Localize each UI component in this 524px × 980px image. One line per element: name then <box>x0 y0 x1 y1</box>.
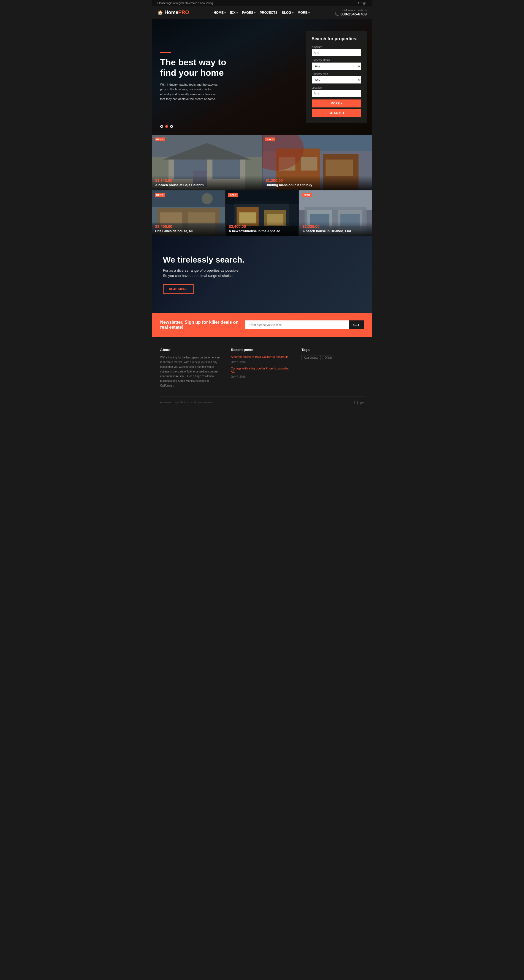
property-price-2: $1,200.00 <box>266 178 369 183</box>
dot-1[interactable] <box>160 125 163 128</box>
footer-grid: About We're hunting for the best gems on… <box>160 348 364 388</box>
more-button[interactable]: MORE ▾ <box>312 99 361 107</box>
register-link[interactable]: register <box>176 2 185 5</box>
property-name-1: A beach house at Baja Californ... <box>155 183 259 187</box>
newsletter-email-input[interactable] <box>245 320 349 329</box>
property-price-1: $1,342.00 <box>155 178 259 183</box>
footer-social: f t g+ <box>354 401 364 404</box>
property-badge-1: RENT <box>155 137 165 142</box>
hero-description: With industry-leading tools and the savv… <box>160 83 221 102</box>
property-price-5: $2,030.00 <box>302 224 369 229</box>
googleplus-icon-top[interactable]: g+ <box>363 2 367 5</box>
nav-blog[interactable]: BLOG ▾ <box>282 11 294 14</box>
property-card-5[interactable]: RENT $2,030.00 A beach house in Orlando,… <box>299 190 372 236</box>
footer-posts-title: Recent posts <box>231 348 293 352</box>
footer-post-1-link[interactable]: A beach house at Baja California peninsu… <box>231 355 293 358</box>
footer-post-2: Cottage with a big pool in Phoenix subur… <box>231 367 293 379</box>
status-select[interactable]: Any <box>312 62 361 70</box>
keyword-label: Keyword <box>312 45 361 48</box>
logo-text: HomePRO <box>165 10 189 16</box>
footer-post-1-date: July 7, 2016 <box>231 360 246 363</box>
footer-recent-posts: Recent posts A beach house at Baja Calif… <box>231 348 293 388</box>
hero-headline: The best way to find your home <box>160 57 298 78</box>
login-link[interactable]: login <box>167 2 172 5</box>
property-price-3: $3,400.00 <box>155 224 222 229</box>
hero-section: The best way to find your home With indu… <box>152 19 372 135</box>
contact-label: Get in touch with us <box>335 9 367 12</box>
newsletter-submit-button[interactable]: GET <box>349 320 364 329</box>
status-group: Property status Any <box>312 59 361 70</box>
footer-tags: Tags Apartments Office <box>302 348 364 388</box>
banner-headline: We tirelessly search. <box>163 255 245 264</box>
nav-more[interactable]: MORE ▾ <box>298 11 310 14</box>
footer-about: About We're hunting for the best gems on… <box>160 348 223 388</box>
property-name-2: Hunting mansion in Kentucky <box>266 183 369 187</box>
read-more-button[interactable]: READ MORE <box>163 284 194 294</box>
facebook-icon-footer[interactable]: f <box>354 401 355 404</box>
register-prefix: or <box>173 2 176 5</box>
search-button[interactable]: SEARCH <box>312 109 361 118</box>
property-card-3[interactable]: RENT $3,400.00 Erie Lakeside house, MI <box>152 190 225 236</box>
dot-2[interactable] <box>165 125 168 128</box>
logo[interactable]: 🏠 HomePRO <box>157 10 189 16</box>
header-contact: Get in touch with us 📞 800-2345-6789 <box>335 9 367 16</box>
main-nav: HOME ▾ IDX ▾ PAGES ▾ PROJECTS BLOG ▾ MOR… <box>214 11 310 14</box>
footer-post-2-link[interactable]: Cottage with a big pool in Phoenix subur… <box>231 367 293 373</box>
dot-3[interactable] <box>170 125 173 128</box>
property-badge-4: SALE <box>228 193 238 197</box>
type-label: Property type <box>312 72 361 75</box>
property-name-4: A new townhouse in the Appalac... <box>229 229 295 233</box>
googleplus-icon-footer[interactable]: g+ <box>360 401 364 404</box>
tag-apartments[interactable]: Apartments <box>302 355 321 360</box>
newsletter-headline: Newsletter. Sign up for killer deals on … <box>160 320 240 330</box>
properties-small-grid: RENT $3,400.00 Erie Lakeside house, MI S… <box>152 190 372 236</box>
property-name-3: Erie Lakeside house, MI <box>155 229 222 233</box>
newsletter-form: GET <box>245 320 364 329</box>
property-card-1[interactable]: RENT $1,342.00 A beach house at Baja Cal… <box>152 135 262 190</box>
status-label: Property status <box>312 59 361 62</box>
property-badge-5: RENT <box>302 193 312 197</box>
top-bar: Please login or register to create a new… <box>152 0 372 6</box>
keyword-input[interactable] <box>312 49 361 56</box>
nav-pages[interactable]: PAGES ▾ <box>242 11 256 14</box>
twitter-icon-top[interactable]: t <box>361 2 362 5</box>
twitter-icon-footer[interactable]: t <box>357 401 358 404</box>
type-select[interactable]: Any <box>312 76 361 83</box>
tag-office[interactable]: Office <box>322 355 334 360</box>
banner-description: For as a diverse range of properties as … <box>163 268 245 278</box>
property-badge-2: SALE <box>265 137 275 142</box>
search-panel: Search for properties: Keyword Property … <box>306 31 367 123</box>
banner-content: We tirelessly search. For as a diverse r… <box>152 241 256 308</box>
nav-idx[interactable]: IDX ▾ <box>230 11 238 14</box>
facebook-icon-top[interactable]: f <box>358 2 359 5</box>
property-info-5: $2,030.00 A beach house in Orlando, Flor… <box>299 221 372 236</box>
header-phone[interactable]: 📞 800-2345-6789 <box>335 12 367 16</box>
action-text: to create a new listing. <box>186 2 214 5</box>
nav-home[interactable]: HOME ▾ <box>214 11 226 14</box>
property-info-1: $1,342.00 A beach house at Baja Californ… <box>152 175 262 190</box>
property-info-2: $1,200.00 Hunting mansion in Kentucky <box>262 175 372 190</box>
top-bar-text: Please login or register to create a new… <box>157 2 214 5</box>
property-card-2[interactable]: SALE $1,200.00 Hunting mansion in Kentuc… <box>262 135 372 190</box>
footer-post-2-date: July 7, 2016 <box>231 375 246 378</box>
footer-about-text: We're hunting for the best gems on the A… <box>160 355 223 388</box>
footer-bottom: HomePRO Copyright © 2016. All rights res… <box>160 396 364 404</box>
footer-post-1: A beach house at Baja California peninsu… <box>231 355 293 364</box>
phone-icon: 📞 <box>335 12 339 16</box>
location-label: Location <box>312 86 361 89</box>
location-input[interactable] <box>312 90 361 97</box>
property-badge-3: RENT <box>155 193 165 197</box>
property-price-4: $3,400.00 <box>229 224 295 229</box>
search-title: Search for properties: <box>312 37 361 41</box>
footer: About We're hunting for the best gems on… <box>152 337 372 410</box>
login-prefix: Please <box>157 2 166 5</box>
newsletter-section: Newsletter. Sign up for killer deals on … <box>152 313 372 337</box>
hero-content: The best way to find your home With indu… <box>152 38 306 115</box>
hero-accent-line <box>160 52 171 53</box>
tags-list: Apartments Office <box>302 355 364 360</box>
property-card-4[interactable]: SALE $3,400.00 A new townhouse in the Ap… <box>225 190 299 236</box>
location-group: Location <box>312 86 361 97</box>
hero-dots <box>160 125 173 128</box>
nav-projects[interactable]: PROJECTS <box>260 11 278 14</box>
phone-number: 800-2345-6789 <box>341 12 367 16</box>
